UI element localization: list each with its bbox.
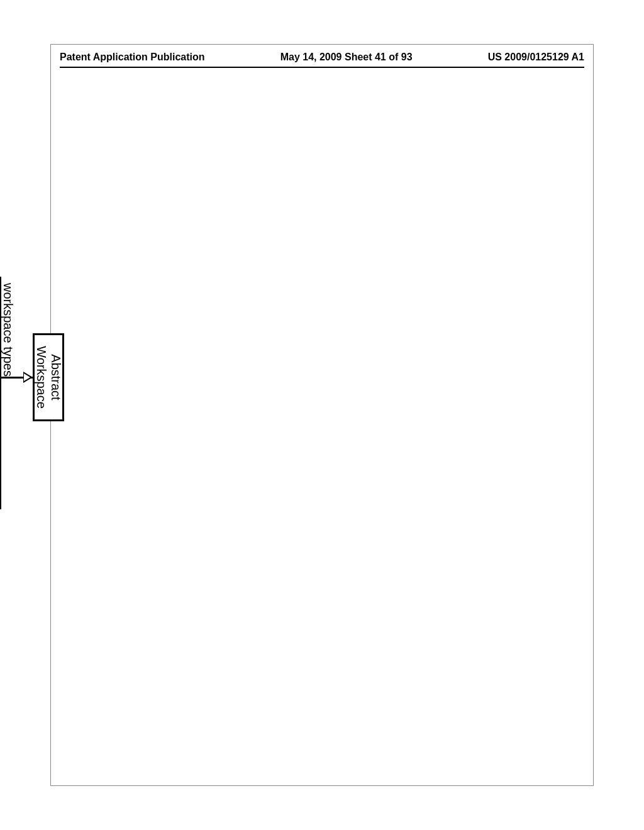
patent-page: Patent Application Publication May 14, 2…: [0, 0, 644, 830]
header-left: Patent Application Publication: [60, 52, 205, 63]
label: Abstract Workspace: [34, 346, 63, 409]
line-inherit-left: [0, 277, 1, 279]
header-rule: [60, 67, 584, 68]
lbl-workspace-types: workspace types: [1, 283, 15, 377]
header-center: May 14, 2009 Sheet 41 of 93: [280, 52, 413, 63]
page-header: Patent Application Publication May 14, 2…: [60, 52, 584, 63]
page-border: [50, 44, 594, 786]
line-inherit-right: [0, 507, 1, 509]
inheritance-arrow: [23, 372, 33, 383]
header-right: US 2009/0125129 A1: [488, 52, 584, 63]
object-model-diagram: Abstract Workspace User Workspace System…: [0, 220, 64, 736]
box-abstract-workspace: Abstract Workspace: [33, 333, 64, 421]
